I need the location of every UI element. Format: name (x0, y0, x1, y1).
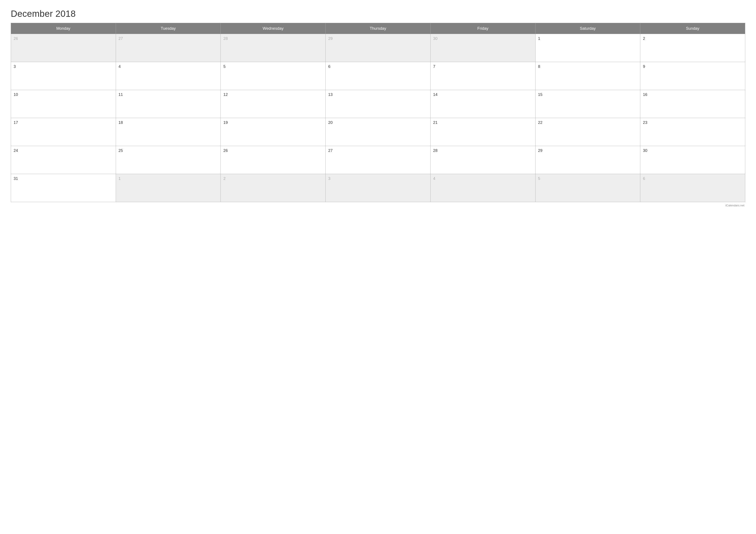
calendar-day-cell[interactable]: 16 (640, 90, 745, 118)
calendar-week-row: 31123456 (11, 174, 745, 202)
column-header-monday: Monday (11, 23, 116, 34)
calendar-day-cell[interactable]: 26 (221, 146, 326, 174)
column-header-wednesday: Wednesday (221, 23, 326, 34)
calendar-day-cell[interactable]: 23 (640, 118, 745, 146)
column-header-friday: Friday (430, 23, 535, 34)
column-header-saturday: Saturday (535, 23, 640, 34)
calendar-day-cell[interactable]: 30 (640, 146, 745, 174)
calendar-day-cell[interactable]: 9 (640, 62, 745, 90)
calendar-day-cell[interactable]: 28 (221, 34, 326, 62)
calendar-day-cell[interactable]: 30 (430, 34, 535, 62)
calendar-day-cell[interactable]: 6 (326, 62, 431, 90)
footer-credit: iCalendars.net (11, 204, 745, 207)
calendar-day-cell[interactable]: 31 (11, 174, 116, 202)
calendar-day-cell[interactable]: 3 (11, 62, 116, 90)
calendar-day-cell[interactable]: 6 (640, 174, 745, 202)
calendar-day-cell[interactable]: 10 (11, 90, 116, 118)
column-header-thursday: Thursday (326, 23, 431, 34)
column-header-sunday: Sunday (640, 23, 745, 34)
calendar-day-cell[interactable]: 29 (326, 34, 431, 62)
calendar-day-cell[interactable]: 2 (640, 34, 745, 62)
calendar-day-cell[interactable]: 25 (116, 146, 221, 174)
calendar-day-cell[interactable]: 1 (116, 174, 221, 202)
calendar-day-cell[interactable]: 5 (535, 174, 640, 202)
calendar-day-cell[interactable]: 11 (116, 90, 221, 118)
calendar-day-cell[interactable]: 22 (535, 118, 640, 146)
calendar-day-cell[interactable]: 19 (221, 118, 326, 146)
calendar-day-cell[interactable]: 21 (430, 118, 535, 146)
calendar-day-cell[interactable]: 2 (221, 174, 326, 202)
calendar-week-row: 17181920212223 (11, 118, 745, 146)
calendar-day-cell[interactable]: 24 (11, 146, 116, 174)
calendar-week-row: 262728293012 (11, 34, 745, 62)
calendar-day-cell[interactable]: 27 (116, 34, 221, 62)
column-header-tuesday: Tuesday (116, 23, 221, 34)
calendar-header-row: MondayTuesdayWednesdayThursdayFridaySatu… (11, 23, 745, 34)
calendar-day-cell[interactable]: 7 (430, 62, 535, 90)
calendar-week-row: 3456789 (11, 62, 745, 90)
calendar-day-cell[interactable]: 1 (535, 34, 640, 62)
calendar-day-cell[interactable]: 8 (535, 62, 640, 90)
calendar-day-cell[interactable]: 5 (221, 62, 326, 90)
calendar-day-cell[interactable]: 27 (326, 146, 431, 174)
calendar-day-cell[interactable]: 3 (326, 174, 431, 202)
calendar-day-cell[interactable]: 12 (221, 90, 326, 118)
calendar-day-cell[interactable]: 15 (535, 90, 640, 118)
calendar-day-cell[interactable]: 18 (116, 118, 221, 146)
calendar-day-cell[interactable]: 28 (430, 146, 535, 174)
calendar-day-cell[interactable]: 13 (326, 90, 431, 118)
page-title: December 2018 (11, 9, 745, 19)
calendar-day-cell[interactable]: 29 (535, 146, 640, 174)
calendar-week-row: 24252627282930 (11, 146, 745, 174)
calendar-day-cell[interactable]: 26 (11, 34, 116, 62)
calendar-day-cell[interactable]: 4 (430, 174, 535, 202)
calendar-day-cell[interactable]: 4 (116, 62, 221, 90)
calendar-week-row: 10111213141516 (11, 90, 745, 118)
calendar-day-cell[interactable]: 14 (430, 90, 535, 118)
calendar-day-cell[interactable]: 17 (11, 118, 116, 146)
calendar-table: MondayTuesdayWednesdayThursdayFridaySatu… (11, 23, 745, 202)
calendar-day-cell[interactable]: 20 (326, 118, 431, 146)
